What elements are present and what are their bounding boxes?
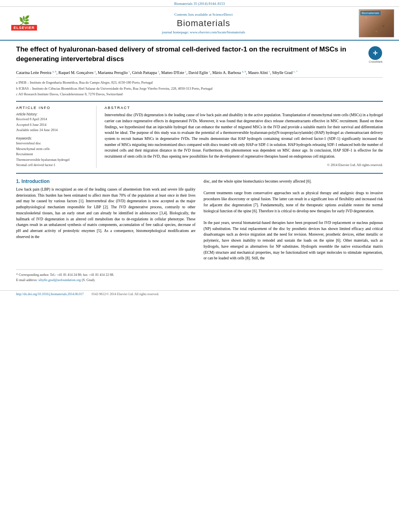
elsevier-tree-icon: 🌿 <box>19 16 30 25</box>
journal-homepage: journal homepage: www.elsevier.com/locat… <box>52 30 355 34</box>
biomaterials-cover-image: Biomaterials <box>359 9 394 37</box>
email-suffix: (S. Grad). <box>82 278 95 282</box>
email-label: E-mail address: <box>16 278 37 282</box>
top-bar: Biomaterials 35 (2014) 8144–8153 <box>0 0 399 6</box>
journal-reference: Biomaterials 35 (2014) 8144–8153 <box>174 2 225 6</box>
issn-text: 0142-9612/© 2014 Elsevier Ltd. All right… <box>92 292 159 296</box>
accepted-date: Accepted 6 June 2014 <box>16 122 92 128</box>
crossmark-badge: ✛ CrossMark <box>368 46 383 63</box>
keyword-2: Mesenchymal stem cells <box>16 146 92 152</box>
abstract-col: ABSTRACT Intervertebral disc (IVD) degen… <box>105 106 383 168</box>
keywords-label: Keywords: <box>16 136 92 140</box>
intro-col-right: disc, and the whole spine biomechanics b… <box>204 179 383 261</box>
intro-text-col2: disc, and the whole spine biomechanics b… <box>204 179 383 261</box>
copyright-line: © 2014 Elsevier Ltd. All rights reserved… <box>105 163 383 167</box>
article-body: The effect of hyaluronan-based delivery … <box>0 41 399 286</box>
keyword-1: Intervertebral disc <box>16 141 92 146</box>
keyword-5: Stromal cell derived factor-1 <box>16 162 92 168</box>
crossmark-label: CrossMark <box>368 60 383 63</box>
article-info-col: ARTICLE INFO Article history: Received 8… <box>16 106 97 168</box>
elsevier-label: ELSEVIER <box>11 25 37 31</box>
journal-header-center: Contents lists available at ScienceDirec… <box>52 12 355 34</box>
abstract-text: Intervertebral disc (IVD) degeneration i… <box>105 112 383 160</box>
available-date: Available online 24 June 2014 <box>16 127 92 133</box>
intro-col-left: 1. Introduction Low back pain (LBP) is r… <box>16 179 195 261</box>
affiliation-a: a INEB – Instituto de Engenharia Biomédi… <box>16 80 383 85</box>
abstract-heading: ABSTRACT <box>105 106 383 110</box>
elsevier-logo: 🌿 ELSEVIER <box>4 16 44 31</box>
keyword-3: Recruitment <box>16 152 92 157</box>
science-direct-text: Contents lists available at ScienceDirec… <box>52 12 355 16</box>
received-date: Received 8 April 2014 <box>16 117 92 122</box>
email-line: E-mail address: sibylle.grad@aofoundatio… <box>16 277 383 283</box>
affiliation-c: c AO Research Institute Davos, Clavadele… <box>16 92 383 97</box>
footnotes: * Corresponding author. Tel.: +41 81 414… <box>16 269 383 283</box>
article-dates: Received 8 April 2014 Accepted 6 June 20… <box>16 117 92 133</box>
article-title-section: The effect of hyaluronan-based delivery … <box>16 45 383 66</box>
journal-thumbnail: Biomaterials <box>359 9 395 37</box>
corresponding-author: * Corresponding author. Tel.: +41 81 414… <box>16 272 383 277</box>
journal-title: Biomaterials <box>52 18 355 29</box>
article-info-abstract: ARTICLE INFO Article history: Received 8… <box>16 101 383 168</box>
section-divider <box>16 173 383 174</box>
doi-link[interactable]: http://dx.doi.org/10.1016/j.biomaterials… <box>16 292 84 296</box>
elsevier-logo-container: 🌿 ELSEVIER <box>4 16 48 31</box>
article-title: The effect of hyaluronan-based delivery … <box>16 45 364 64</box>
crossmark-icon: ✛ <box>368 46 382 60</box>
introduction-section: 1. Introduction Low back pain (LBP) is r… <box>16 179 383 261</box>
keyword-4: Thermoreversible hyaluronan hydrogel <box>16 157 92 163</box>
authors-text: Catarina Leite Pereira a, b, Raquel M. G… <box>16 70 298 75</box>
footer-bar: http://dx.doi.org/10.1016/j.biomaterials… <box>0 290 399 298</box>
article-history-label: Article history: <box>16 112 92 116</box>
affiliation-b: b ICBAS – Instituto de Ciências Biomédic… <box>16 86 383 91</box>
article-info-heading: ARTICLE INFO <box>16 106 92 110</box>
intro-heading: 1. Introduction <box>16 179 195 184</box>
intro-text-col1: Low back pain (LBP) is recognized as one… <box>16 187 195 240</box>
journal-header: 🌿 ELSEVIER Contents lists available at S… <box>0 6 399 41</box>
email-link[interactable]: sibylle.grad@aofoundation.org <box>38 278 81 282</box>
affiliations: a INEB – Instituto de Engenharia Biomédi… <box>16 77 383 97</box>
authors-line: Catarina Leite Pereira a, b, Raquel M. G… <box>16 70 383 76</box>
keywords-section: Keywords: Intervertebral disc Mesenchyma… <box>16 136 92 168</box>
